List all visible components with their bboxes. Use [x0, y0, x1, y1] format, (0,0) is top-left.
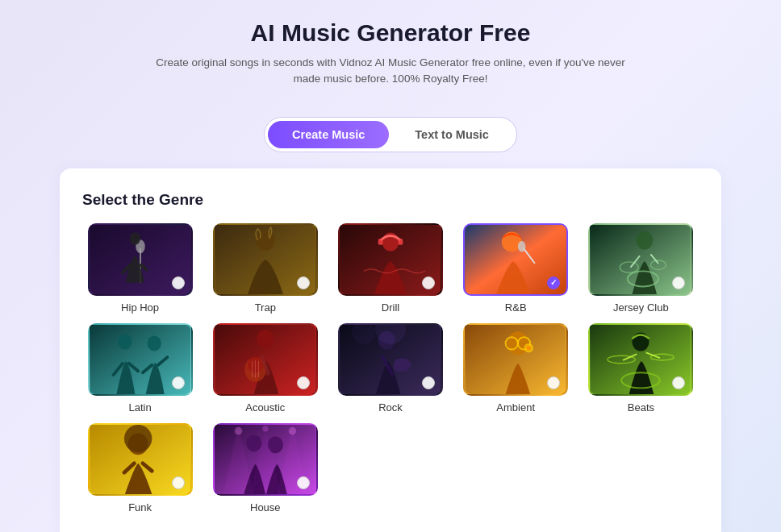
svg-point-66	[262, 425, 269, 431]
svg-rect-11	[399, 239, 403, 245]
genre-image-acoustic	[213, 323, 318, 396]
svg-point-67	[288, 426, 296, 434]
genre-grid: Hip Hop Trap	[82, 223, 699, 513]
genre-image-rnb	[463, 223, 568, 296]
genre-label-acoustic: Acoustic	[245, 401, 285, 414]
radio-trap	[297, 276, 310, 289]
svg-point-27	[147, 335, 161, 351]
radio-hiphop	[172, 276, 185, 289]
genre-image-latin	[88, 323, 193, 396]
tab-bar: Create Music Text to Music	[264, 117, 517, 152]
svg-point-24	[118, 334, 132, 349]
section-title: Select the Genre	[82, 191, 699, 209]
svg-point-65	[235, 426, 243, 434]
genre-image-ambient	[463, 323, 568, 396]
radio-house	[297, 476, 310, 489]
page-title: AI Music Generator Free	[148, 19, 633, 47]
radio-drill	[422, 276, 435, 289]
svg-point-3	[129, 232, 140, 244]
radio-acoustic	[297, 376, 310, 389]
genre-label-beats: Beats	[628, 401, 654, 414]
genre-image-hiphop	[88, 223, 193, 296]
genre-label-trap: Trap	[255, 301, 276, 314]
genre-image-rock	[338, 323, 443, 396]
radio-beats	[672, 376, 685, 389]
svg-point-15	[518, 241, 526, 251]
radio-rock	[422, 376, 435, 389]
genre-label-funk: Funk	[128, 501, 152, 513]
radio-jerseyclub	[672, 276, 685, 289]
genre-item-hiphop[interactable]: Hip Hop	[82, 223, 198, 314]
genre-item-rock[interactable]: Rock	[332, 323, 448, 414]
genre-item-beats[interactable]: Beats	[583, 323, 699, 414]
svg-point-17	[637, 231, 654, 249]
svg-point-31	[257, 329, 274, 347]
genre-item-funk[interactable]: Funk	[82, 423, 198, 513]
genre-label-rock: Rock	[378, 401, 403, 414]
svg-point-63	[246, 434, 261, 451]
genre-item-jerseyclub[interactable]: Jersey Club	[583, 223, 699, 314]
svg-rect-10	[378, 239, 383, 245]
genre-label-latin: Latin	[128, 401, 151, 414]
genre-selection-card: Select the Genre Hip Hop	[60, 168, 721, 533]
radio-funk	[172, 476, 185, 489]
genre-item-trap[interactable]: Trap	[207, 223, 323, 314]
genre-item-acoustic[interactable]: Acoustic	[207, 323, 323, 414]
genre-label-rnb: R&B	[505, 301, 527, 314]
genre-label-ambient: Ambient	[496, 401, 535, 414]
tab-create-music[interactable]: Create Music	[268, 121, 389, 148]
svg-point-49	[527, 345, 532, 350]
genre-image-funk	[88, 423, 193, 496]
genre-image-drill	[338, 223, 443, 296]
genre-item-latin[interactable]: Latin	[82, 323, 198, 414]
svg-point-59	[124, 425, 152, 452]
genre-label-hiphop: Hip Hop	[121, 301, 159, 314]
page-header: AI Music Generator Free Create original …	[148, 19, 633, 88]
genre-image-jerseyclub	[588, 223, 693, 296]
radio-rnb	[547, 276, 560, 289]
genre-label-house: House	[250, 501, 281, 513]
page-subtitle: Create original songs in seconds with Vi…	[148, 55, 633, 88]
genre-item-house[interactable]: House	[207, 423, 323, 513]
genre-item-drill[interactable]: Drill	[332, 223, 448, 314]
genre-image-house	[213, 423, 318, 496]
tab-text-to-music[interactable]: Text to Music	[390, 121, 513, 148]
genre-image-beats	[588, 323, 693, 396]
genre-label-jerseyclub: Jersey Club	[613, 301, 669, 314]
radio-latin	[172, 376, 185, 389]
genre-label-drill: Drill	[382, 301, 399, 314]
genre-item-rnb[interactable]: R&B	[458, 223, 574, 314]
radio-ambient	[547, 376, 560, 389]
genre-image-trap	[213, 223, 318, 296]
genre-item-ambient[interactable]: Ambient	[458, 323, 574, 414]
